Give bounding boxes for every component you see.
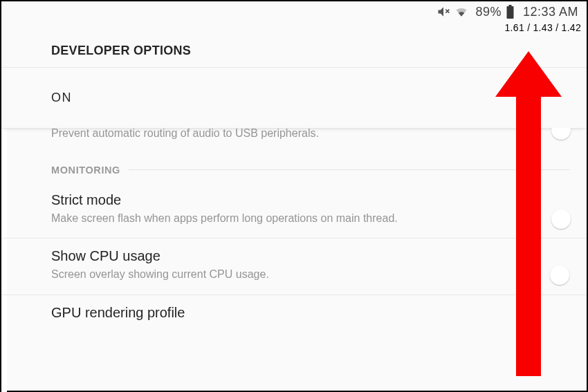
master-switch-label: ON bbox=[51, 91, 72, 105]
setting-subtitle: Make screen flash when apps perform long… bbox=[51, 211, 515, 226]
setting-title: GPU rendering profile bbox=[51, 305, 515, 321]
screen: 89% 12:33 AM 1.61 / 1.43 / 1.42 com.andr… bbox=[0, 0, 588, 392]
wifi-icon bbox=[454, 5, 468, 19]
setting-title: Strict mode bbox=[51, 192, 515, 208]
setting-subtitle: Screen overlay showing current CPU usage… bbox=[51, 267, 515, 282]
setting-strict-mode[interactable]: Strict mode Make screen flash when apps … bbox=[1, 183, 587, 239]
setting-subtitle: Prevent automatic routing of audio to US… bbox=[51, 128, 515, 141]
page-title: DEVELOPER OPTIONS bbox=[51, 44, 191, 58]
section-header-monitoring: MONITORING bbox=[1, 153, 587, 183]
setting-title: Show CPU usage bbox=[51, 248, 515, 264]
status-bar: 89% 12:33 AM bbox=[1, 1, 587, 22]
app-bar: DEVELOPER OPTIONS bbox=[1, 35, 587, 68]
svg-rect-0 bbox=[508, 5, 511, 6]
section-label: MONITORING bbox=[51, 165, 120, 176]
battery-icon bbox=[506, 5, 515, 19]
clock-text: 12:33 AM bbox=[523, 5, 578, 19]
setting-prevent-usb-audio[interactable]: Prevent USB audio routing Prevent automa… bbox=[1, 128, 587, 153]
svg-rect-1 bbox=[506, 6, 513, 19]
settings-list[interactable]: Prevent USB audio routing Prevent automa… bbox=[1, 128, 587, 391]
mute-icon bbox=[437, 5, 450, 19]
master-switch-row[interactable]: ON bbox=[1, 68, 587, 128]
cpu-load-avg: 1.61 / 1.43 / 1.42 bbox=[483, 22, 581, 33]
setting-show-cpu-usage[interactable]: Show CPU usage Screen overlay showing cu… bbox=[1, 239, 587, 295]
setting-gpu-rendering-profile[interactable]: GPU rendering profile bbox=[1, 295, 587, 324]
battery-percent: 89% bbox=[475, 5, 502, 19]
